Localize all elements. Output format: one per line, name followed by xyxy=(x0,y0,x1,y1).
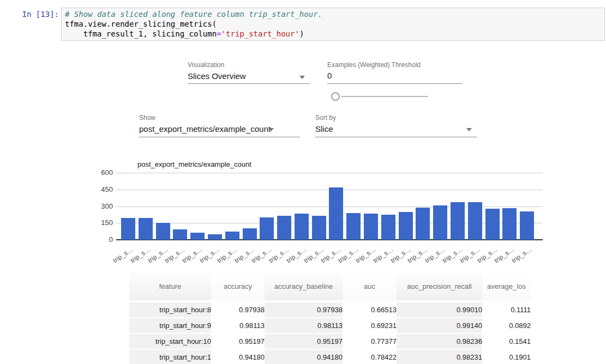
table-cell: 0.97938 xyxy=(265,301,343,317)
bar[interactable] xyxy=(277,216,291,240)
bar[interactable] xyxy=(433,205,447,240)
table-cell: 0.95197 xyxy=(211,333,265,349)
bar[interactable] xyxy=(346,213,361,240)
column-header-feature[interactable]: feature xyxy=(129,272,211,301)
table-cell: trip_start_hour:8 xyxy=(129,301,211,317)
table-cell: 0.0892 xyxy=(482,317,531,333)
table-cell: 0.99140 xyxy=(397,317,482,333)
table-row: trip_start_hour:100.951970.951970.773770… xyxy=(129,333,531,349)
y-axis-tick-label: 300 xyxy=(86,202,113,211)
table-cell: 0.69231 xyxy=(343,317,397,333)
bar[interactable] xyxy=(399,212,413,240)
bar[interactable] xyxy=(156,223,170,240)
metrics-table: featureaccuracyaccuracy_baselineaucauc_p… xyxy=(129,272,531,364)
column-header-auc[interactable]: auc xyxy=(343,272,397,301)
table-cell: 0.98231 xyxy=(397,349,482,364)
table-cell: 0.94180 xyxy=(265,349,343,364)
y-axis-tick-label: 450 xyxy=(86,185,113,195)
bar[interactable] xyxy=(312,216,326,240)
x-axis-tick-label: trip_s… xyxy=(111,245,134,264)
table-cell: 0.1901 xyxy=(482,349,531,364)
bar[interactable] xyxy=(520,211,534,240)
column-header-accuracy_baseline[interactable]: accuracy_baseline xyxy=(265,272,343,301)
bar[interactable] xyxy=(243,228,257,240)
bar[interactable] xyxy=(295,214,309,240)
table-row: trip_start_hour:10.941800.941800.784220.… xyxy=(129,349,531,364)
chart-gridline xyxy=(116,173,543,173)
table-cell: 0.66513 xyxy=(343,301,397,317)
table-row: trip_start_hour:90.981130.981130.692310.… xyxy=(129,317,531,333)
bar[interactable] xyxy=(121,218,135,240)
bar[interactable] xyxy=(225,232,239,240)
column-header-average_los[interactable]: average_los xyxy=(482,272,531,301)
bar[interactable] xyxy=(208,234,222,240)
column-header-accuracy[interactable]: accuracy xyxy=(211,272,265,301)
notebook-output-area: In [13]: # Show data sliced along featur… xyxy=(0,0,606,364)
bar[interactable] xyxy=(485,209,500,240)
bar[interactable] xyxy=(173,229,187,240)
table-cell: 0.95197 xyxy=(265,333,343,349)
table-cell: trip_start_hour:1 xyxy=(129,349,211,364)
table-cell: trip_start_hour:10 xyxy=(129,333,211,349)
bar[interactable] xyxy=(381,215,395,240)
y-axis-tick-label: 150 xyxy=(86,218,113,228)
bar[interactable] xyxy=(468,202,482,240)
table-cell: 0.98113 xyxy=(265,317,343,333)
table-row: trip_start_hour:80.979380.979380.665130.… xyxy=(129,301,531,317)
bar-chart: 0150300450600trip_s…trip_s…trip_s…trip_s… xyxy=(0,0,606,272)
bar[interactable] xyxy=(190,233,205,240)
bar[interactable] xyxy=(451,202,465,240)
table-cell: 0.78422 xyxy=(343,349,397,364)
bar[interactable] xyxy=(329,187,343,240)
column-header-auc_precision_recall[interactable]: auc_precision_recall xyxy=(397,272,482,301)
table-cell: 0.77377 xyxy=(343,333,397,349)
table-cell: 0.1541 xyxy=(482,333,531,349)
table-cell: 0.98113 xyxy=(211,317,265,333)
y-axis-tick-label: 600 xyxy=(86,168,113,178)
bar[interactable] xyxy=(416,208,430,240)
y-axis-tick-label: 0 xyxy=(86,235,113,245)
bar[interactable] xyxy=(502,208,517,240)
table-cell: 0.99010 xyxy=(397,301,482,317)
table-cell: 0.1111 xyxy=(482,301,531,317)
bar[interactable] xyxy=(260,217,274,240)
table-cell: 0.94180 xyxy=(211,349,265,364)
bar[interactable] xyxy=(364,214,378,240)
table-cell: 0.98236 xyxy=(397,333,482,349)
table-cell: trip_start_hour:9 xyxy=(129,317,211,333)
table-header-row: featureaccuracyaccuracy_baselineaucauc_p… xyxy=(129,272,531,301)
table-cell: 0.97938 xyxy=(211,301,265,317)
bar[interactable] xyxy=(139,218,153,240)
